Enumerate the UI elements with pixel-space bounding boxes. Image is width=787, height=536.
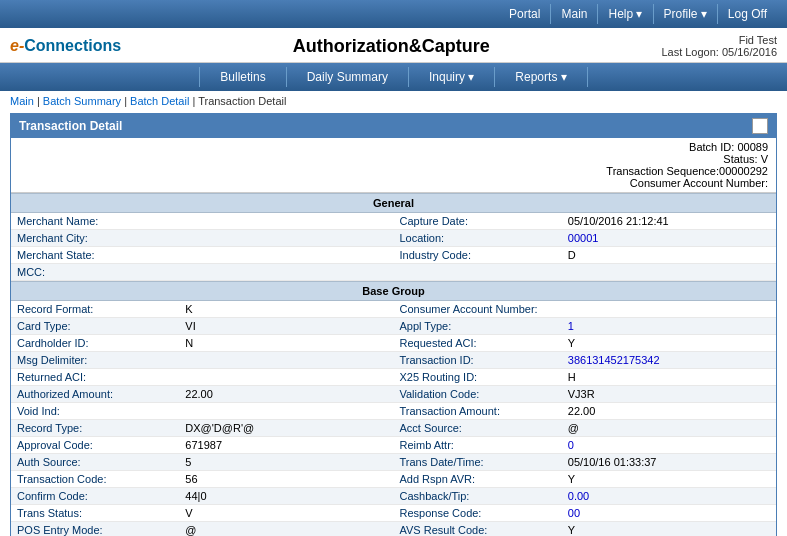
field-value: 22.00 [179, 386, 393, 403]
field-label: Void Ind: [11, 403, 179, 420]
general-section-header: General [11, 193, 776, 213]
field-label: Auth Source: [11, 454, 179, 471]
table-row: Merchant State:Industry Code:D [11, 247, 776, 264]
bulletins-nav[interactable]: Bulletins [199, 67, 286, 87]
table-row: Record Type:DX@'D@R'@Acct Source:@ [11, 420, 776, 437]
field-value[interactable]: 00001 [562, 230, 776, 247]
status: Status: V [19, 153, 768, 165]
table-row: Returned ACI:X25 Routing ID:H [11, 369, 776, 386]
second-nav: Bulletins Daily Summary Inquiry ▾ Report… [0, 63, 787, 91]
field-value [179, 352, 393, 369]
field-value[interactable]: 386131452175342 [562, 352, 776, 369]
field-value[interactable]: 0.00 [562, 488, 776, 505]
table-row: Merchant City:Location:00001 [11, 230, 776, 247]
daily-summary-nav[interactable]: Daily Summary [287, 67, 409, 87]
breadcrumb-batch-detail[interactable]: Batch Detail [130, 95, 189, 107]
field-value: @ [562, 420, 776, 437]
field-label: Card Type: [11, 318, 179, 335]
base-group-section-header: Base Group [11, 281, 776, 301]
batch-id: Batch ID: 00089 [19, 141, 768, 153]
table-row: Merchant Name:Capture Date:05/10/2016 21… [11, 213, 776, 230]
field-value [562, 301, 776, 318]
table-row: Transaction Code:56Add Rspn AVR:Y [11, 471, 776, 488]
field-value [179, 247, 393, 264]
field-value [179, 264, 393, 281]
table-row: Msg Delimiter:Transaction ID:38613145217… [11, 352, 776, 369]
field-label: Merchant Name: [11, 213, 179, 230]
field-label: Add Rspn AVR: [393, 471, 561, 488]
field-label: Merchant City: [11, 230, 179, 247]
field-label: Requested ACI: [393, 335, 561, 352]
field-label: AVS Result Code: [393, 522, 561, 537]
field-label: MCC: [11, 264, 179, 281]
consumer-acct: Consumer Account Number: [19, 177, 768, 189]
field-value[interactable]: 00 [562, 505, 776, 522]
portal-nav[interactable]: Portal [499, 4, 551, 24]
field-value: H [562, 369, 776, 386]
field-label: Msg Delimiter: [11, 352, 179, 369]
trans-seq: Transaction Sequence:00000292 [19, 165, 768, 177]
field-label: Returned ACI: [11, 369, 179, 386]
table-row: Card Type:VIAppl Type:1 [11, 318, 776, 335]
field-label: Industry Code: [393, 247, 561, 264]
breadcrumb: Main | Batch Summary | Batch Detail | Tr… [0, 91, 787, 111]
field-label: Transaction Amount: [393, 403, 561, 420]
field-value: 05/10/2016 21:12:41 [562, 213, 776, 230]
field-label: Transaction Code: [11, 471, 179, 488]
main-nav[interactable]: Main [551, 4, 598, 24]
field-label: Cashback/Tip: [393, 488, 561, 505]
field-value[interactable]: 0 [562, 437, 776, 454]
field-value: K [179, 301, 393, 318]
user-label: Fid Test [661, 34, 777, 46]
field-value: 5 [179, 454, 393, 471]
last-logon: Last Logon: 05/16/2016 [661, 46, 777, 58]
transaction-box: Transaction Detail ⊞ Batch ID: 00089 Sta… [10, 113, 777, 536]
field-label: Approval Code: [11, 437, 179, 454]
field-value: N [179, 335, 393, 352]
content-area: Transaction Detail ⊞ Batch ID: 00089 Sta… [0, 111, 787, 536]
field-value: Y [562, 471, 776, 488]
field-value: 44|0 [179, 488, 393, 505]
table-row: Cardholder ID:NRequested ACI:Y [11, 335, 776, 352]
field-value: D [562, 247, 776, 264]
reports-nav[interactable]: Reports ▾ [495, 67, 587, 87]
transaction-header: Transaction Detail ⊞ [11, 114, 776, 138]
grid-view-icon[interactable]: ⊞ [752, 118, 768, 134]
logo: e-Connections [10, 37, 121, 55]
field-value: VI [179, 318, 393, 335]
profile-nav[interactable]: Profile ▾ [654, 4, 718, 24]
field-value: @ [179, 522, 393, 537]
table-row: POS Entry Mode:@AVS Result Code:Y [11, 522, 776, 537]
breadcrumb-main[interactable]: Main [10, 95, 34, 107]
field-label [393, 264, 561, 281]
help-nav[interactable]: Help ▾ [598, 4, 653, 24]
field-value: 05/10/16 01:33:37 [562, 454, 776, 471]
field-label: POS Entry Mode: [11, 522, 179, 537]
field-value: Y [562, 522, 776, 537]
field-value: DX@'D@R'@ [179, 420, 393, 437]
table-row: MCC: [11, 264, 776, 281]
field-label: X25 Routing ID: [393, 369, 561, 386]
field-value: 22.00 [562, 403, 776, 420]
field-label: Merchant State: [11, 247, 179, 264]
field-value: Y [562, 335, 776, 352]
field-value [562, 264, 776, 281]
table-row: Trans Status:VResponse Code:00 [11, 505, 776, 522]
field-label: Location: [393, 230, 561, 247]
field-label: Appl Type: [393, 318, 561, 335]
field-value [179, 230, 393, 247]
field-value: 671987 [179, 437, 393, 454]
batch-info: Batch ID: 00089 Status: V Transaction Se… [11, 138, 776, 193]
breadcrumb-batch-summary[interactable]: Batch Summary [43, 95, 121, 107]
breadcrumb-transaction-detail: Transaction Detail [198, 95, 286, 107]
field-value[interactable]: 1 [562, 318, 776, 335]
field-label: Cardholder ID: [11, 335, 179, 352]
user-info: Fid Test Last Logon: 05/16/2016 [661, 34, 777, 58]
logoff-nav[interactable]: Log Off [718, 4, 777, 24]
table-row: Confirm Code:44|0Cashback/Tip:0.00 [11, 488, 776, 505]
table-row: Authorized Amount:22.00Validation Code:V… [11, 386, 776, 403]
page-title: Authorization&Capture [121, 36, 661, 57]
field-label: Record Format: [11, 301, 179, 318]
inquiry-nav[interactable]: Inquiry ▾ [409, 67, 495, 87]
field-value [179, 213, 393, 230]
